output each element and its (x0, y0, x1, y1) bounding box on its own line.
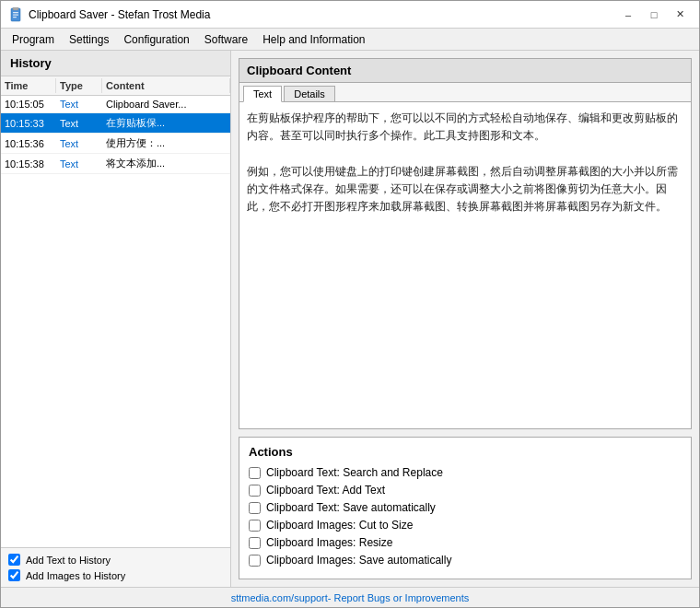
actions-box: Actions Clipboard Text: Search and Repla… (239, 437, 692, 579)
action-checkbox-0[interactable] (249, 467, 261, 479)
left-panel: History Time Type Content 10:15:05 Text … (1, 51, 231, 587)
action-row: Clipboard Text: Search and Replace (249, 466, 682, 479)
close-button[interactable]: ✕ (668, 6, 692, 24)
action-row: Clipboard Images: Resize (249, 536, 682, 549)
cell-time: 10:15:38 (1, 158, 56, 170)
actions-header: Actions (249, 445, 682, 459)
support-link[interactable]: sttmedia.com/support (231, 592, 328, 603)
action-label-0: Clipboard Text: Search and Replace (266, 466, 443, 479)
action-row: Clipboard Images: Cut to Size (249, 519, 682, 532)
menu-help[interactable]: Help and Information (255, 29, 372, 50)
maximize-button[interactable]: □ (642, 6, 666, 24)
table-row[interactable]: 10:15:38 Text 将文本添加... (1, 154, 230, 174)
history-table: Time Type Content 10:15:05 Text Clipboar… (1, 76, 230, 547)
action-label-5: Clipboard Images: Save automatically (266, 554, 451, 567)
status-bar: sttmedia.com/support - Report Bugs or Im… (1, 587, 699, 607)
svg-rect-4 (13, 17, 17, 18)
cell-content: 在剪贴板保... (102, 115, 230, 131)
cell-content: Clipboard Saver... (102, 98, 230, 111)
main-content: History Time Type Content 10:15:05 Text … (1, 51, 699, 587)
main-window: Clipboard Saver - Stefan Trost Media – □… (0, 0, 700, 608)
cell-type: Text (56, 158, 102, 170)
table-row[interactable]: 10:15:36 Text 使用方便：... (1, 134, 230, 154)
add-text-history-row: Add Text to History (8, 554, 223, 566)
svg-rect-3 (13, 14, 18, 15)
right-panel: Clipboard Content Text Details 在剪贴板保护程序的… (231, 51, 699, 587)
action-checkbox-5[interactable] (249, 555, 261, 567)
clipboard-text-area[interactable]: 在剪贴板保护程序的帮助下，您可以以不同的方式轻松自动地保存、编辑和更改剪贴板的内… (239, 102, 691, 428)
cell-time: 10:15:36 (1, 137, 56, 150)
table-row[interactable]: 10:15:33 Text 在剪贴板保... (1, 113, 230, 134)
svg-rect-1 (13, 7, 18, 10)
cell-time: 10:15:33 (1, 117, 56, 130)
cell-type: Text (56, 117, 102, 130)
action-checkbox-1[interactable] (249, 485, 261, 497)
add-text-history-label: Add Text to History (26, 555, 111, 566)
window-title: Clipboard Saver - Stefan Trost Media (29, 8, 616, 21)
action-checkbox-4[interactable] (249, 537, 261, 549)
action-label-4: Clipboard Images: Resize (266, 536, 392, 549)
left-footer: Add Text to History Add Images to Histor… (1, 547, 230, 587)
tab-text[interactable]: Text (243, 86, 282, 102)
action-row: Clipboard Text: Add Text (249, 484, 682, 497)
app-icon (8, 7, 23, 22)
status-text: - Report Bugs or Improvements (328, 592, 469, 603)
action-checkbox-3[interactable] (249, 520, 261, 532)
menu-program[interactable]: Program (5, 29, 62, 50)
cell-content: 将文本添加... (102, 156, 230, 171)
tab-details[interactable]: Details (284, 86, 335, 101)
cell-content: 使用方便：... (102, 135, 230, 151)
history-header: History (1, 51, 230, 76)
svg-rect-2 (13, 12, 18, 13)
menu-bar: Program Settings Configuration Software … (1, 29, 699, 51)
add-images-history-checkbox[interactable] (8, 569, 20, 581)
clipboard-content-header: Clipboard Content (239, 59, 691, 83)
tabs-row: Text Details (239, 83, 691, 102)
clipboard-content-box: Clipboard Content Text Details 在剪贴板保护程序的… (239, 58, 692, 429)
action-row: Clipboard Images: Save automatically (249, 554, 682, 567)
clipboard-textarea[interactable]: 在剪贴板保护程序的帮助下，您可以以不同的方式轻松自动地保存、编辑和更改剪贴板的内… (247, 110, 683, 421)
add-images-history-row: Add Images to History (8, 569, 223, 581)
cell-type: Text (56, 98, 102, 111)
minimize-button[interactable]: – (616, 6, 640, 24)
add-text-history-checkbox[interactable] (8, 554, 20, 566)
window-controls: – □ ✕ (616, 6, 692, 24)
menu-software[interactable]: Software (197, 29, 255, 50)
col-header-content: Content (102, 78, 230, 93)
title-bar: Clipboard Saver - Stefan Trost Media – □… (1, 1, 699, 29)
action-checkbox-2[interactable] (249, 502, 261, 514)
col-header-type: Type (56, 78, 102, 93)
add-images-history-label: Add Images to History (26, 570, 125, 581)
action-label-1: Clipboard Text: Add Text (266, 484, 385, 497)
action-label-3: Clipboard Images: Cut to Size (266, 519, 413, 532)
cell-type: Text (56, 137, 102, 150)
action-label-2: Clipboard Text: Save automatically (266, 501, 436, 514)
history-column-headers: Time Type Content (1, 76, 230, 96)
menu-configuration[interactable]: Configuration (116, 29, 196, 50)
cell-time: 10:15:05 (1, 98, 56, 111)
menu-settings[interactable]: Settings (62, 29, 116, 50)
table-row[interactable]: 10:15:05 Text Clipboard Saver... (1, 96, 230, 113)
col-header-time: Time (1, 78, 56, 93)
action-row: Clipboard Text: Save automatically (249, 501, 682, 514)
